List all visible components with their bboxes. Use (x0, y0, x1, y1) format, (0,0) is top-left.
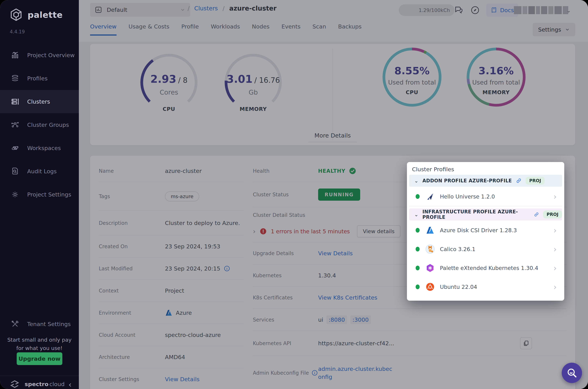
chevron-right-icon: › (553, 226, 557, 235)
sidebar-item-workspaces[interactable]: Workspaces (0, 136, 79, 160)
sidebar-item-project-overview[interactable]: Project Overview (0, 44, 79, 67)
status-dot (416, 285, 420, 289)
upgrade-promo-text: Start small and only pay for what you us… (0, 336, 79, 352)
infra-profile-section-header[interactable]: ⌄ INFRASTRUCTURE PROFILE AZURE-PROFILE P… (409, 208, 562, 221)
sidebar: palette 4.4.19 Project Overview Profiles… (0, 0, 79, 389)
status-dot (416, 228, 420, 233)
link-icon[interactable] (534, 212, 539, 217)
sidebar-item-label: Tenant Settings (27, 321, 71, 327)
network-icon (11, 121, 19, 129)
chevron-down-icon[interactable]: ⌄ (414, 178, 418, 184)
brand-name: palette (28, 10, 63, 20)
sidebar-item-cluster-groups[interactable]: Cluster Groups (0, 113, 79, 136)
profile-item-pxk[interactable]: Palette eXtended Kubernetes 1.30.4 › (409, 259, 562, 278)
profile-item-hello-universe[interactable]: Hello Universe 1.2.0 › (409, 187, 562, 206)
palette-hexagon-icon (9, 8, 23, 21)
profile-item-name: Ubuntu 22.04 (440, 284, 553, 290)
cluster-profiles-popup: Cluster Profiles ⌄ ADDON PROFILE AZURE-P… (407, 162, 564, 301)
chevron-right-icon: › (553, 263, 557, 273)
section-name: INFRASTRUCTURE PROFILE AZURE-PROFILE (422, 209, 530, 220)
sidebar-nav: Project Overview Profiles Clusters Clust… (0, 44, 79, 206)
audit-search-icon (11, 167, 19, 175)
profile-item-name: Palette eXtended Kubernetes 1.30.4 (440, 265, 553, 271)
sidebar-item-label: Profiles (27, 75, 48, 82)
sidebar-item-profiles[interactable]: Profiles (0, 67, 79, 90)
azure-icon (426, 226, 435, 235)
sidebar-item-project-settings[interactable]: Project Settings (0, 183, 79, 206)
spectro-cloud-logo (9, 379, 20, 389)
chevron-right-icon: › (553, 192, 557, 201)
popup-title: Cluster Profiles (412, 166, 454, 173)
sidebar-item-label: Project Settings (27, 191, 71, 198)
status-dot (416, 266, 420, 270)
gear-icon (11, 190, 19, 199)
palette-kubernetes-icon (426, 263, 435, 272)
sidebar-item-label: Workspaces (27, 145, 61, 151)
profile-item-name: Calico 3.26.1 (440, 246, 553, 252)
overview-chart-icon (11, 51, 19, 59)
sidebar-tenant: Tenant Settings (0, 312, 79, 336)
sidebar-item-audit-logs[interactable]: Audit Logs (0, 160, 79, 183)
proj-badge: PROJ (526, 177, 545, 185)
sidebar-item-label: Project Overview (27, 52, 75, 58)
tools-icon (11, 320, 19, 328)
sidebar-item-tenant-settings[interactable]: Tenant Settings (0, 312, 79, 336)
sidebar-item-clusters[interactable]: Clusters (0, 90, 79, 113)
section-name: ADDON PROFILE AZURE-PROFILE (422, 178, 512, 183)
layers-icon (11, 74, 19, 83)
upgrade-now-button[interactable]: Upgrade now (17, 352, 62, 365)
chevron-right-icon: › (553, 245, 557, 254)
profile-item-azure-disk[interactable]: Azure Disk CSI Driver 1.28.3 › (409, 221, 562, 240)
profile-item-calico[interactable]: Calico 3.26.1 › (409, 240, 562, 259)
addon-profile-section-header[interactable]: ⌄ ADDON PROFILE AZURE-PROFILE PROJ (409, 175, 562, 187)
chevron-down-icon[interactable]: ⌄ (414, 212, 418, 218)
palette-logo: palette (9, 8, 63, 21)
profile-item-ubuntu[interactable]: Ubuntu 22.04 › (409, 277, 562, 296)
help-search-fab[interactable] (562, 363, 582, 383)
clusters-icon (11, 97, 19, 106)
sidebar-item-label: Audit Logs (27, 168, 57, 175)
chevron-right-icon: › (553, 282, 557, 292)
profile-item-name: Hello Universe 1.2.0 (440, 194, 553, 200)
orbit-icon (11, 144, 19, 152)
sidebar-item-label: Cluster Groups (27, 122, 69, 128)
status-dot (416, 194, 420, 199)
sidebar-collapse-chevron[interactable]: ‹ (68, 380, 72, 389)
ubuntu-icon (426, 282, 435, 292)
sidebar-divider (0, 376, 79, 376)
profile-item-name: Azure Disk CSI Driver 1.28.3 (440, 227, 553, 233)
search-smile-icon (566, 367, 578, 379)
hello-universe-icon (426, 192, 435, 201)
proj-badge: PROJ (543, 210, 562, 219)
app-version: 4.4.19 (10, 29, 25, 34)
spectro-cloud-footer: spectro cloud (9, 379, 65, 389)
app-window: Default / Clusters / azure-cluster 1.29/… (0, 0, 588, 389)
link-icon[interactable] (516, 178, 522, 184)
footer-brand-cloud: cloud (50, 381, 65, 387)
status-dot (416, 247, 420, 252)
footer-brand-spectro: spectro (25, 381, 48, 387)
sidebar-item-label: Clusters (27, 98, 50, 105)
calico-icon (425, 244, 435, 254)
